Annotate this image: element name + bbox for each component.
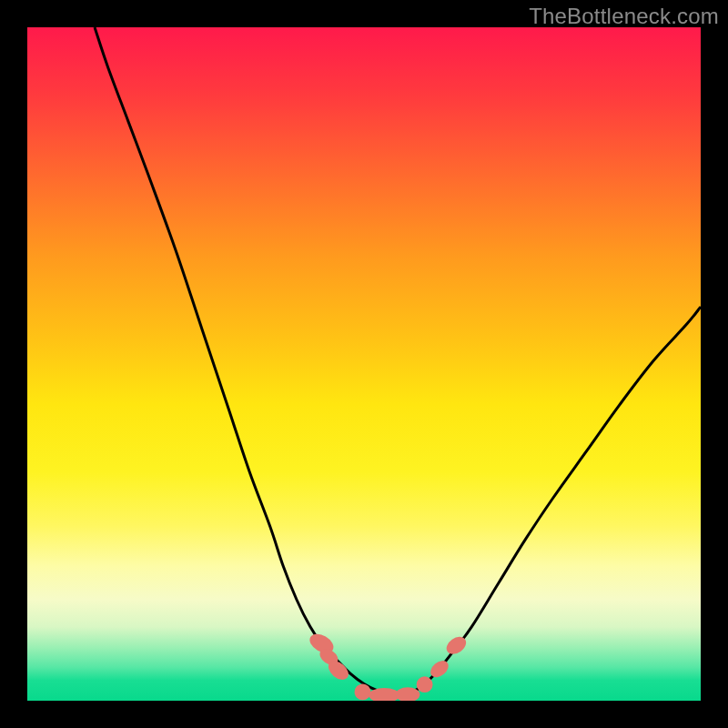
watermark-text: TheBottleneck.com — [529, 4, 719, 29]
chart-frame: TheBottleneck.com — [0, 0, 728, 728]
gradient-plot-area — [27, 27, 701, 701]
